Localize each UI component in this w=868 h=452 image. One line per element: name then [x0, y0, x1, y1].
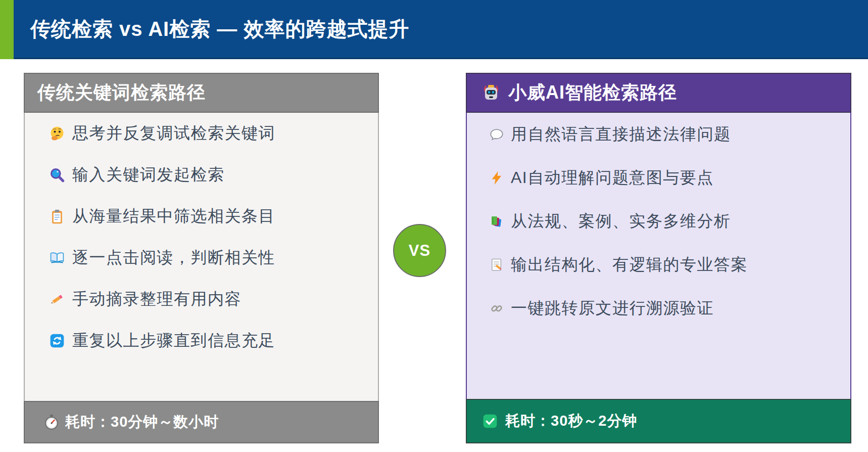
open-book-icon — [49, 250, 65, 266]
vs-label: VS — [409, 242, 430, 260]
ai-panel-body: 用自然语言直接描述法律问题 AI自动理解问题意图与要点 — [466, 113, 851, 399]
accent-block — [0, 0, 14, 59]
ai-search-panel: 小威AI智能检索路径 用自然语言直接描述法律问题 — [466, 73, 851, 443]
list-item: 输出结构化、有逻辑的专业答案 — [467, 243, 850, 287]
traditional-panel-header: 传统关键词检索路径 — [24, 73, 379, 113]
list-item: 重复以上步骤直到信息充足 — [25, 320, 378, 361]
link-icon — [489, 301, 504, 316]
list-item: 输入关键词发起检索 — [25, 154, 378, 196]
step-label: 从法规、案例、实务多维分析 — [511, 210, 731, 233]
pencil-icon — [49, 291, 65, 307]
step-label: 重复以上步骤直到信息充足 — [72, 330, 275, 352]
step-label: 从海量结果中筛选相关条目 — [72, 205, 275, 228]
step-label: 输出结构化、有逻辑的专业答案 — [511, 254, 748, 276]
speech-bubble-icon — [489, 127, 504, 142]
memo-icon — [489, 257, 504, 273]
list-item: 从海量结果中筛选相关条目 — [25, 196, 378, 237]
time-cost-label: 耗时：30分钟～数小时 — [65, 412, 219, 432]
list-item: AI自动理解问题意图与要点 — [467, 156, 850, 200]
page-title: 传统检索 vs AI检索 — 效率的跨越式提升 — [30, 15, 409, 43]
step-label: 思考并反复调试检索关键词 — [72, 122, 275, 145]
magnifier-icon — [49, 167, 65, 183]
thinking-face-icon — [49, 125, 65, 142]
comparison-slide: 传统检索 vs AI检索 — 效率的跨越式提升 传统关键词检索路径 — [0, 0, 868, 452]
list-item: 思考并反复调试检索关键词 — [25, 113, 378, 154]
step-label: 用自然语言直接描述法律问题 — [511, 123, 731, 146]
books-icon — [489, 214, 504, 229]
list-item: 逐一点击阅读，判断相关性 — [25, 237, 378, 279]
traditional-panel-body: 思考并反复调试检索关键词 输入关键词发起检索 — [24, 113, 379, 401]
step-label: 一键跳转原文进行溯源验证 — [511, 297, 714, 320]
traditional-panel-footer: 耗时：30分钟～数小时 — [24, 401, 379, 443]
lightning-icon — [489, 170, 504, 186]
clipboard-icon — [49, 208, 65, 224]
stopwatch-icon — [43, 414, 60, 431]
vs-badge: VS — [393, 224, 446, 277]
list-item: 手动摘录整理有用内容 — [25, 279, 378, 320]
ai-panel-header: 小威AI智能检索路径 — [466, 73, 851, 113]
traditional-panel-title: 传统关键词检索路径 — [37, 80, 206, 105]
step-label: 手动摘录整理有用内容 — [72, 288, 242, 310]
ai-panel-title: 小威AI智能检索路径 — [508, 80, 677, 105]
title-bar: 传统检索 vs AI检索 — 效率的跨越式提升 — [0, 0, 868, 59]
list-item: 从法规、案例、实务多维分析 — [467, 200, 850, 243]
check-icon — [482, 413, 498, 429]
list-item: 用自然语言直接描述法律问题 — [467, 113, 850, 156]
robot-icon — [481, 83, 501, 103]
list-item: 一键跳转原文进行溯源验证 — [467, 287, 850, 330]
refresh-icon — [49, 333, 65, 349]
step-label: AI自动理解问题意图与要点 — [511, 167, 714, 189]
time-cost-label: 耗时：30秒～2分钟 — [505, 411, 637, 431]
step-label: 输入关键词发起检索 — [72, 164, 225, 186]
traditional-search-panel: 传统关键词检索路径 思考并反复调试检索关键词 — [24, 73, 379, 443]
ai-panel-footer: 耗时：30秒～2分钟 — [466, 399, 851, 443]
step-label: 逐一点击阅读，判断相关性 — [72, 247, 275, 269]
